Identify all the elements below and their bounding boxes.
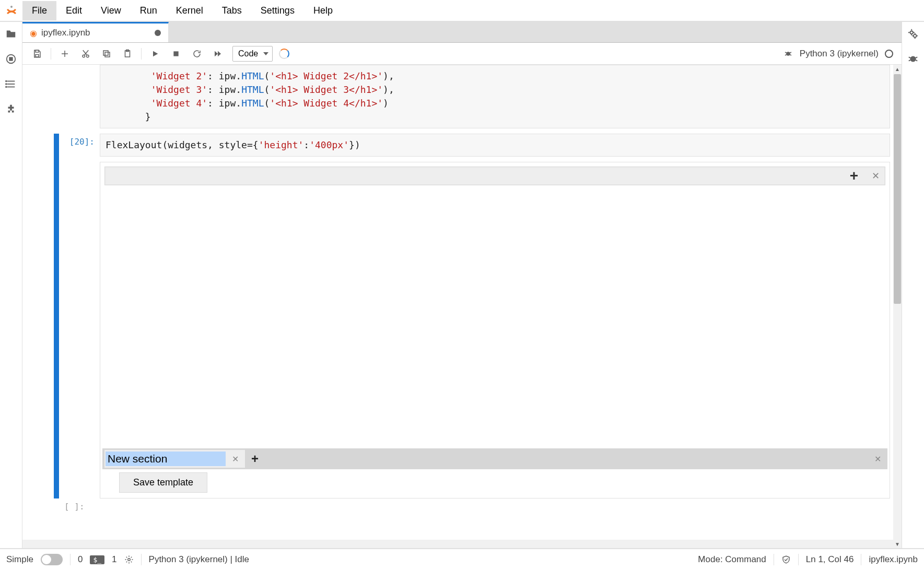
notebook-toolbar: Code Python 3 (ipykernel): [22, 43, 902, 65]
footer-add-section-button[interactable]: +: [247, 452, 263, 466]
notebook-icon: ◉: [30, 28, 37, 38]
menu-tabs[interactable]: Tabs: [213, 1, 251, 20]
section-tab[interactable]: ✕: [104, 450, 245, 468]
tab-ipyflex[interactable]: ◉ ipyflex.ipynb: [22, 22, 169, 42]
empty-cell-prompt: [ ]:: [54, 498, 893, 512]
footer-close-icon[interactable]: ✕: [870, 454, 885, 464]
svg-rect-2: [9, 57, 13, 61]
svg-point-11: [910, 56, 916, 62]
jupyter-logo[interactable]: [0, 0, 22, 21]
svg-marker-30: [215, 51, 218, 56]
property-inspector-icon[interactable]: [907, 28, 919, 40]
menu-run[interactable]: Run: [131, 1, 167, 20]
code-cell-prev: 'Widget 2': ipw.HTML('<h1> Widget 2</h1>…: [54, 65, 890, 128]
svg-point-20: [83, 55, 85, 57]
save-template-button[interactable]: Save template: [119, 472, 207, 493]
svg-line-35: [785, 54, 787, 55]
cut-button[interactable]: [76, 45, 95, 62]
paste-button[interactable]: [118, 45, 137, 62]
file-path[interactable]: ipyflex.ipynb: [869, 554, 918, 565]
svg-marker-31: [218, 51, 221, 56]
insert-cell-button[interactable]: [55, 45, 74, 62]
section-name-input[interactable]: [106, 452, 226, 466]
kernel-status-text[interactable]: Python 3 (ipykernel) | Idle: [149, 554, 249, 565]
svg-line-34: [790, 52, 791, 53]
lsp-icon[interactable]: [124, 555, 134, 564]
kernel-busy-spinner: [279, 49, 289, 59]
copy-button[interactable]: [97, 45, 116, 62]
svg-point-10: [914, 34, 917, 38]
running-icon[interactable]: [5, 53, 17, 65]
svg-rect-29: [173, 51, 178, 56]
scroll-up-icon[interactable]: ▲: [893, 65, 902, 73]
scroll-thumb[interactable]: [894, 74, 901, 304]
flexlayout-footer: ✕ + ✕: [102, 448, 887, 469]
folder-icon[interactable]: [5, 28, 17, 40]
tab-label: ipyflex.ipynb: [41, 28, 90, 38]
notebook-content[interactable]: 'Widget 2': ipw.HTML('<h1> Widget 2</h1>…: [22, 65, 902, 548]
flexlayout-header: + ✕: [104, 167, 885, 185]
toc-icon[interactable]: [5, 78, 17, 90]
svg-point-6: [6, 81, 7, 82]
kernel-status-icon[interactable]: [885, 50, 893, 58]
tab-dirty-indicator: [155, 30, 161, 36]
svg-point-9: [910, 31, 914, 34]
extensions-icon[interactable]: [5, 103, 17, 115]
cell-prompt: [20]:: [60, 134, 100, 157]
restart-button[interactable]: [188, 45, 206, 62]
svg-rect-25: [103, 51, 108, 55]
menu-help[interactable]: Help: [304, 1, 342, 20]
scroll-down-icon[interactable]: ▼: [893, 540, 902, 548]
code-input[interactable]: FlexLayout(widgets, style={'height':'400…: [100, 134, 890, 157]
menu-kernel[interactable]: Kernel: [167, 1, 213, 20]
section-close-icon[interactable]: ✕: [229, 454, 242, 464]
menu-file[interactable]: File: [22, 1, 56, 20]
menu-bar: FileEditViewRunKernelTabsSettingsHelp: [0, 0, 924, 22]
cell-output-area: + ✕ ✕ + ✕ Save template: [54, 157, 890, 498]
cell-prompt: [60, 65, 100, 128]
kernel-name[interactable]: Python 3 (ipykernel): [800, 49, 879, 59]
cell-type-select[interactable]: Code: [232, 46, 273, 62]
left-sidebar: [0, 22, 22, 548]
trusted-icon[interactable]: [781, 555, 791, 564]
svg-line-13: [916, 57, 918, 58]
svg-rect-24: [105, 52, 110, 57]
debugger-icon[interactable]: [779, 45, 798, 62]
save-button[interactable]: [28, 45, 46, 62]
mode-text[interactable]: Mode: Command: [698, 554, 766, 565]
svg-line-33: [785, 52, 787, 53]
flexlayout-widget: + ✕ ✕ + ✕ Save template: [100, 162, 890, 498]
simple-label: Simple: [6, 554, 33, 565]
terminal-badge[interactable]: $_: [90, 555, 104, 564]
terminal-count: 1: [112, 554, 116, 565]
svg-line-14: [909, 60, 911, 61]
scrollbar-vertical[interactable]: ▲ ▼: [893, 65, 902, 548]
status-bar: Simple 0 $_ 1 Python 3 (ipykernel) | Idl…: [0, 548, 924, 570]
simple-toggle[interactable]: [41, 554, 63, 565]
svg-point-32: [786, 52, 790, 56]
right-sidebar: [902, 22, 924, 548]
menu-settings[interactable]: Settings: [251, 1, 304, 20]
tab-bar: ◉ ipyflex.ipynb: [22, 22, 902, 43]
scrollbar-horizontal[interactable]: [22, 540, 893, 548]
menu-view[interactable]: View: [91, 1, 131, 20]
code-cell-20: [20]: FlexLayout(widgets, style={'height…: [54, 134, 890, 157]
svg-point-7: [6, 84, 7, 85]
run-button[interactable]: [146, 45, 165, 62]
code-input[interactable]: 'Widget 2': ipw.HTML('<h1> Widget 2</h1>…: [100, 65, 890, 128]
svg-point-21: [87, 55, 89, 57]
flexlayout-canvas[interactable]: [102, 187, 887, 448]
svg-line-15: [916, 60, 918, 61]
debugger-sidebar-icon[interactable]: [907, 53, 919, 65]
interrupt-button[interactable]: [167, 45, 185, 62]
restart-run-all-button[interactable]: [208, 45, 227, 62]
menu-edit[interactable]: Edit: [56, 1, 91, 20]
svg-line-12: [909, 57, 911, 58]
flex-close-button[interactable]: ✕: [872, 170, 880, 182]
flex-add-button[interactable]: +: [850, 168, 858, 184]
svg-point-0: [10, 6, 13, 8]
svg-point-37: [127, 559, 130, 561]
error-count[interactable]: 0: [78, 554, 83, 565]
cursor-position[interactable]: Ln 1, Col 46: [806, 554, 854, 565]
svg-marker-28: [153, 51, 158, 56]
